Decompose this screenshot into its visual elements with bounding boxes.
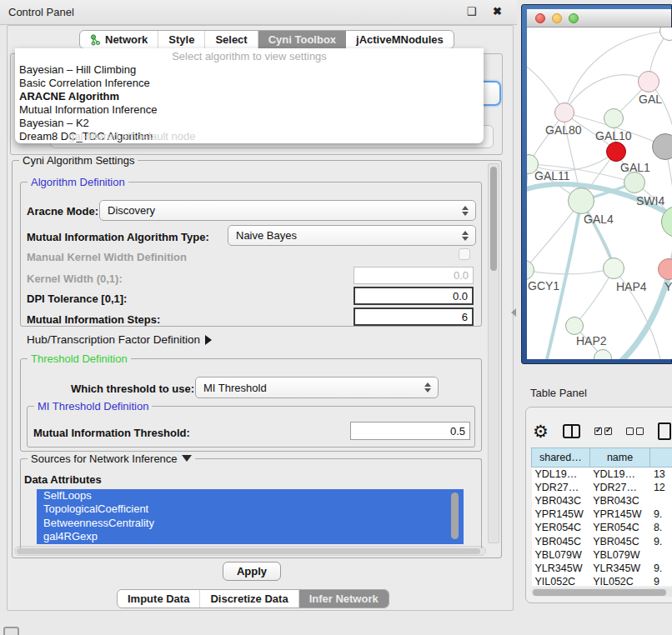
cyni-settings-title: Cyni Algorithm Settings — [19, 154, 138, 167]
node-label: GAL — [639, 92, 662, 106]
algorithm-option[interactable]: Bayesian – K2 — [15, 117, 484, 130]
combo-spinner-icon — [462, 206, 469, 216]
tab-network[interactable]: Network — [80, 31, 158, 48]
attribute-list-item[interactable]: SelfLoops — [37, 489, 464, 502]
mi-algorithm-type-combobox[interactable]: Naive Bayes — [228, 225, 476, 246]
column-header[interactable] — [650, 448, 672, 468]
node-label: HAP4 — [616, 280, 647, 293]
mi-steps-field[interactable]: 6 — [354, 308, 474, 326]
table-row[interactable]: YIL052CYIL052C9 — [532, 575, 672, 586]
tab-discretize-data[interactable]: Discretize Data — [200, 590, 298, 608]
table-row[interactable]: YBR045CYBR045C9. — [532, 534, 672, 548]
dpi-tolerance-field[interactable]: 0.0 — [354, 287, 474, 305]
hub-definition-label[interactable]: Hub/Transcription Factor Definition — [27, 333, 212, 346]
table-cell: YDR27… — [589, 481, 650, 494]
table-cell: YER054C — [532, 521, 590, 534]
algorithm-option[interactable]: Basic Correlation Inference — [15, 77, 484, 90]
tab-cyni-toolbox[interactable]: Cyni Toolbox — [258, 31, 346, 48]
deselect-all-columns-icon[interactable] — [626, 428, 644, 435]
attribute-list-item[interactable]: TopologicalCoefficient — [37, 502, 464, 516]
tab-impute-data[interactable]: Impute Data — [118, 590, 200, 608]
node-label: GCY1 — [528, 279, 559, 292]
table-cell: YBL079W — [532, 548, 590, 562]
algorithm-option[interactable]: Mutual Information Inference — [15, 103, 484, 117]
table-row[interactable]: YBL079WYBL079W — [532, 548, 672, 562]
algorithm-option[interactable]: Bayesian – Hill Climbing — [15, 63, 484, 77]
node-label: GAL10 — [595, 129, 632, 142]
table-row[interactable]: YDR27…YDR27…12 — [532, 481, 672, 494]
minimize-traffic-light-icon[interactable] — [552, 13, 562, 23]
table-row[interactable]: YBR043CYBR043C — [532, 494, 672, 508]
algorithm-definition-title: Algorithm Definition — [28, 176, 128, 188]
network-node[interactable] — [652, 133, 672, 160]
splitter-collapse-icon[interactable] — [511, 308, 516, 317]
select-all-columns-icon[interactable] — [594, 428, 612, 435]
table-cell: YBR043C — [532, 494, 590, 508]
data-attributes-label: Data Attributes — [24, 473, 102, 486]
network-canvas[interactable]: GALGAL80GAL10GAL1GAL11GAL4SWI4GCY1HAP4YH… — [527, 28, 672, 359]
attribute-list-item[interactable]: gal4RGexp — [37, 530, 464, 543]
network-node[interactable] — [638, 71, 659, 92]
network-node[interactable] — [604, 108, 624, 128]
table-horizontal-scrollbar[interactable] — [531, 588, 672, 597]
bottom-tabbar: Impute Data Discretize Data Infer Networ… — [117, 589, 389, 608]
table-row[interactable]: YPR145WYPR145W9. — [532, 508, 672, 521]
tab-style[interactable]: Style — [158, 31, 205, 48]
collapsed-arrow-icon[interactable] — [205, 335, 212, 345]
which-threshold-label: Which threshold to use: — [71, 382, 194, 395]
network-node[interactable] — [568, 188, 594, 214]
table-cell — [650, 494, 672, 508]
float-window-icon[interactable]: ❑ — [467, 5, 484, 18]
table-row[interactable]: YDL19…YDL19…13 — [532, 468, 672, 481]
columns-icon[interactable] — [563, 424, 580, 438]
column-header[interactable]: shared… — [532, 448, 590, 468]
new-table-icon[interactable] — [658, 422, 671, 440]
data-attributes-list[interactable]: SelfLoopsTopologicalCoefficientBetweenne… — [37, 489, 464, 544]
node-label: HAP2 — [576, 334, 607, 348]
attribute-list-item[interactable]: BetweennessCentrality — [37, 517, 464, 530]
kernel-width-field[interactable]: 0.0 — [354, 267, 474, 284]
node-label: GAL80 — [545, 123, 582, 137]
sources-title[interactable]: Sources for Network Inference — [28, 452, 195, 465]
docked-panel-icon[interactable] — [3, 627, 19, 635]
table-cell: YDL19… — [532, 468, 590, 481]
settings-vertical-scrollbar[interactable] — [488, 163, 499, 543]
network-node[interactable] — [606, 142, 626, 162]
combo-spinner-icon — [424, 382, 431, 392]
network-node[interactable] — [603, 258, 624, 279]
table-cell: 9. — [650, 534, 672, 548]
column-header[interactable]: name — [589, 448, 650, 468]
tab-jactivemnodules[interactable]: jActiveMNodules — [346, 31, 454, 48]
network-node[interactable] — [565, 317, 584, 335]
zoom-traffic-light-icon[interactable] — [569, 13, 579, 23]
table-row[interactable]: YER054CYER054C8. — [532, 521, 672, 534]
algorithm-option[interactable]: ARACNE Algorithm — [15, 90, 484, 103]
network-view-window[interactable]: GALGAL80GAL10GAL1GAL11GAL4SWI4GCY1HAP4YH… — [521, 4, 672, 364]
network-window-titlebar[interactable] — [527, 9, 671, 28]
tab-infer-network[interactable]: Infer Network — [299, 590, 389, 608]
threshold-definition-title: Threshold Definition — [28, 352, 131, 365]
tab-select[interactable]: Select — [205, 31, 258, 48]
node-label: SWI4 — [636, 194, 664, 208]
table-cell: YPR145W — [589, 508, 650, 521]
mi-threshold-field[interactable]: 0.5 — [350, 422, 470, 440]
table-cell: YBL079W — [589, 548, 650, 562]
table-cell: YDL19… — [589, 468, 650, 481]
expanded-arrow-icon[interactable] — [182, 455, 192, 462]
node-label: GAL11 — [534, 169, 570, 182]
table-panel: ⚙ shared…name YDL19…YDL19…13YDR27…YDR27…… — [525, 407, 672, 603]
close-traffic-light-icon[interactable] — [535, 13, 545, 23]
aracne-mode-combobox[interactable]: Discovery — [99, 200, 476, 221]
attributes-list-scrollbar[interactable] — [451, 492, 459, 539]
gear-icon[interactable]: ⚙ — [533, 422, 549, 440]
table-cell — [650, 548, 672, 562]
network-node[interactable] — [624, 172, 645, 193]
node-table: shared…name YDL19…YDL19…13YDR27…YDR27…12… — [531, 448, 672, 586]
network-node[interactable] — [554, 102, 574, 122]
which-threshold-combobox[interactable]: MI Threshold — [195, 377, 439, 398]
manual-kernel-width-checkbox[interactable] — [459, 248, 470, 260]
close-icon[interactable]: ✖ — [493, 5, 509, 18]
table-cell: 9. — [650, 562, 672, 575]
table-row[interactable]: YLR345WYLR345W9. — [532, 562, 672, 575]
apply-button[interactable]: Apply — [223, 562, 281, 581]
